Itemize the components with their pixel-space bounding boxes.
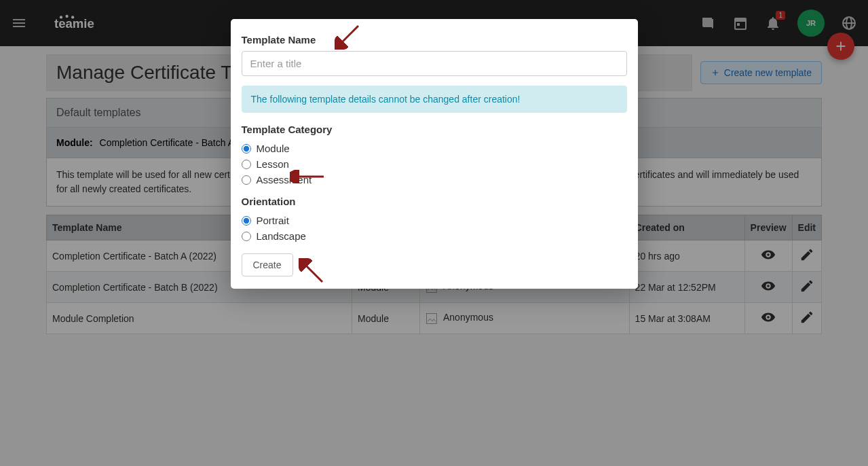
create-template-modal: Template Name The following template det… (231, 19, 638, 289)
radio-input[interactable] (242, 144, 251, 154)
template-name-label: Template Name (242, 34, 627, 46)
info-banner: The following template details cannot be… (242, 86, 627, 113)
orientation-option[interactable]: Landscape (242, 228, 627, 244)
category-label: Template Category (242, 124, 627, 135)
radio-label: Lesson (257, 158, 289, 170)
radio-input[interactable] (242, 160, 251, 169)
radio-label: Landscape (257, 230, 306, 242)
create-button[interactable]: Create (242, 253, 293, 276)
radio-label: Portrait (257, 215, 289, 226)
category-option[interactable]: Module (242, 141, 627, 156)
radio-input[interactable] (242, 175, 251, 185)
orientation-label: Orientation (242, 196, 627, 207)
orientation-option[interactable]: Portrait (242, 213, 627, 228)
radio-input[interactable] (242, 216, 251, 226)
radio-label: Assessment (257, 174, 312, 185)
category-option[interactable]: Assessment (242, 172, 627, 187)
radio-label: Module (257, 143, 290, 154)
template-name-input[interactable] (242, 51, 627, 76)
category-option[interactable]: Lesson (242, 156, 627, 172)
radio-input[interactable] (242, 232, 251, 241)
